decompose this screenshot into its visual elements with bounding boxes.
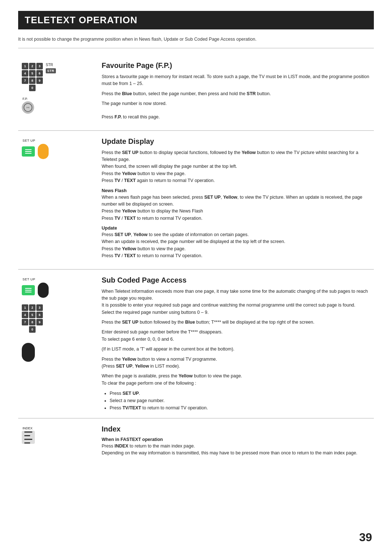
index-button-icon <box>22 431 35 444</box>
sub-text-6: When the page is available, press the Ye… <box>102 373 374 387</box>
setup-icon-group: SET UP <box>22 139 49 159</box>
sub-text-1: When Teletext information exceeds more t… <box>102 288 374 316</box>
key-1: 1 <box>22 63 28 69</box>
fastext-text: Press INDEX to return to the main index … <box>102 443 374 457</box>
blue-oval-large <box>22 343 35 362</box>
icon-col-index: INDEX <box>18 425 94 460</box>
news-flash-heading: News Flash <box>102 188 374 193</box>
setup-line-5 <box>25 290 32 291</box>
section-update-display: SET UP Update Display Press the SET UP b <box>18 131 374 270</box>
index-line-2 <box>24 435 30 436</box>
section-heading-sub: Sub Coded Page Access <box>102 276 374 284</box>
icon-col-update: SET UP <box>18 137 94 263</box>
favourite-text-4: Press F.P. to recall this page. <box>102 114 374 121</box>
str-button-icon: STR <box>46 68 56 73</box>
bullet-2: Select a new page number. <box>110 397 374 404</box>
numpad-icon: 1 2 3 4 5 6 7 8 9 0 <box>22 63 43 92</box>
fastext-heading: When in FASTEXT operation <box>102 437 374 442</box>
sub-text-5: Press the Yellow button to view a normal… <box>102 356 374 370</box>
str-label: STR <box>46 63 53 67</box>
key-4: 4 <box>22 70 28 77</box>
section-divider-top <box>18 48 374 48</box>
intro-text: It is not possible to change the program… <box>18 36 374 43</box>
section-heading-favourite: Favourite Page (F.P.) <box>102 61 374 70</box>
content-index: Index When in FASTEXT operation Press IN… <box>94 425 374 460</box>
section-index: INDEX Index When in FASTEXT operation Pr… <box>18 418 374 466</box>
numpad-str-block: 1 2 3 4 5 6 7 8 9 0 STR STR <box>22 63 56 92</box>
section-heading-update: Update Display <box>102 137 374 146</box>
setup-button-icon <box>22 146 35 157</box>
key-7: 7 <box>22 77 28 84</box>
setup-line-2 <box>25 151 32 152</box>
fp-icon-svg <box>24 103 32 112</box>
blue-oval-sub <box>38 283 49 298</box>
setup-line-6 <box>25 292 32 292</box>
numpad-icon-2: 1 2 3 4 5 6 7 8 9 0 <box>22 304 43 333</box>
index-group: INDEX <box>22 426 35 444</box>
setup-and-oval-update <box>22 144 49 159</box>
section-favourite-page: 1 2 3 4 5 6 7 8 9 0 STR STR <box>18 55 374 131</box>
update-sub-text: Press SET UP, Yellow to see the update o… <box>102 231 374 260</box>
key2-9: 9 <box>36 319 43 325</box>
setup-btn-lines <box>25 149 32 154</box>
key-2: 2 <box>29 63 36 69</box>
setup-line-4 <box>25 288 32 289</box>
bullet-3: Press TV/TEXT to return to normal TV ope… <box>110 404 374 412</box>
page-wrapper: TELETEXT OPERATION It is not possible to… <box>0 0 392 555</box>
key-5: 5 <box>29 70 36 77</box>
sub-bullet-list: Press SET UP. Select a new page number. … <box>102 390 374 412</box>
content-update: Update Display Press the SET UP button t… <box>94 137 374 263</box>
content-favourite: Favourite Page (F.P.) Stores a favourite… <box>94 61 374 124</box>
update-text-1: Press the SET UP button to display speci… <box>102 149 374 185</box>
fp-label: F.P. <box>23 97 28 101</box>
favourite-text-3: The page number is now stored. <box>102 100 374 107</box>
page-number: 39 <box>359 531 372 544</box>
section-heading-index: Index <box>102 425 374 433</box>
news-flash-text: When a news flash page has been selected… <box>102 194 374 222</box>
index-line-1 <box>24 432 32 433</box>
key2-0: 0 <box>29 326 36 333</box>
index-line-3 <box>24 439 32 440</box>
update-sub-heading: Update <box>102 226 374 231</box>
favourite-text-1: Stores a favourite page in memory for in… <box>102 73 374 88</box>
page-title: TELETEXT OPERATION <box>18 11 374 29</box>
setup-button-icon-2 <box>22 285 35 295</box>
key-3: 3 <box>36 63 43 69</box>
icon-col-favourite: 1 2 3 4 5 6 7 8 9 0 STR STR <box>18 61 94 124</box>
bullet-1: Press SET UP. <box>110 390 374 397</box>
index-btn-lines <box>24 432 32 443</box>
key2-6: 6 <box>36 312 43 318</box>
favourite-text-2: Press the Blue button, select the page n… <box>102 90 374 97</box>
key2-1: 1 <box>22 304 28 311</box>
setup-icon-group-2: SET UP <box>22 278 49 298</box>
key2-3: 3 <box>36 304 43 311</box>
sub-text-2: Press the SET UP button followed by the … <box>102 319 374 326</box>
index-label: INDEX <box>23 426 33 430</box>
index-line-4 <box>24 442 30 443</box>
section-sub-coded: SET UP 1 2 3 4 5 <box>18 270 374 419</box>
setup-label-update: SET UP <box>23 139 35 142</box>
setup-and-oval-2 <box>22 283 49 298</box>
setup-line-1 <box>25 149 32 150</box>
icon-col-sub-coded: SET UP 1 2 3 4 5 <box>18 276 94 412</box>
sub-text-3: Enter desired sub page number before the… <box>102 329 374 343</box>
key-0: 0 <box>29 85 36 91</box>
setup-label-2: SET UP <box>23 278 35 281</box>
setup-btn-lines-2 <box>25 288 32 292</box>
sub-text-4: (If in LIST mode, a 'T' will appear in t… <box>102 346 374 353</box>
key2-4: 4 <box>22 312 28 318</box>
key-9: 9 <box>36 77 43 84</box>
key-6: 6 <box>36 70 43 77</box>
key-8: 8 <box>29 77 36 84</box>
key2-8: 8 <box>29 319 36 325</box>
content-sub-coded: Sub Coded Page Access When Teletext info… <box>94 276 374 412</box>
setup-line-3 <box>25 153 32 154</box>
key2-2: 2 <box>29 304 36 311</box>
blue-oval-update <box>38 144 49 159</box>
key2-7: 7 <box>22 319 28 325</box>
str-block-right: STR STR <box>46 63 56 73</box>
key2-5: 5 <box>29 312 36 318</box>
fp-group: F.P. <box>22 97 34 114</box>
fp-button-icon <box>22 101 34 114</box>
